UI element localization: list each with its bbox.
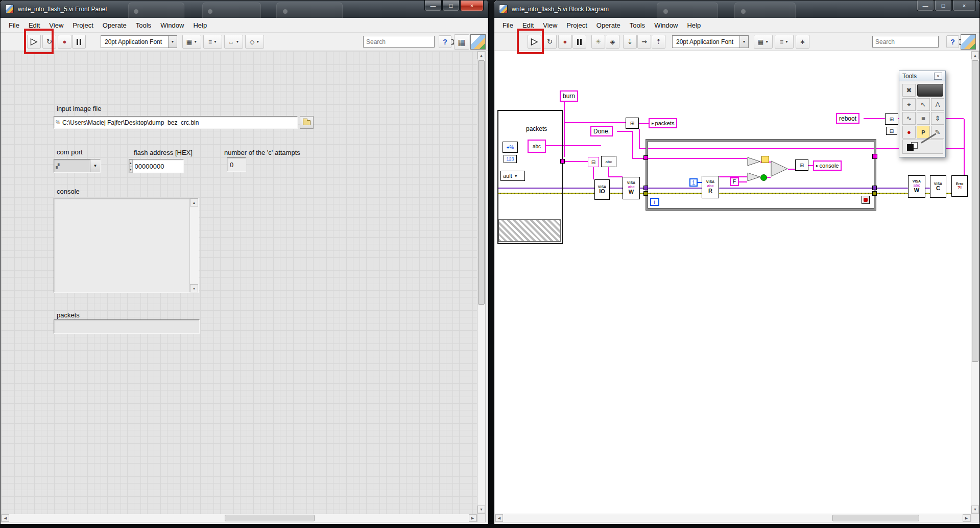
packets-free-label[interactable]: packets <box>526 125 547 132</box>
align-objects-button[interactable]: ▦▼ <box>754 35 773 49</box>
done-label[interactable]: Done. <box>590 126 613 136</box>
comparison-node[interactable] <box>747 172 760 181</box>
pause-button[interactable] <box>72 35 86 49</box>
case-selector[interactable]: ault ▼ <box>500 171 525 181</box>
packets-indicator[interactable] <box>54 319 200 334</box>
vertical-scrollbar[interactable]: ▲ ▼ <box>971 51 979 514</box>
connector-pane-button[interactable]: ▦ <box>454 34 469 50</box>
menu-tools[interactable]: Tools <box>625 19 650 32</box>
auto-tool-led[interactable] <box>917 84 943 97</box>
string-constant[interactable]: abc <box>528 140 546 153</box>
probe-tool[interactable]: P <box>917 126 930 139</box>
vi-icon[interactable] <box>470 34 486 50</box>
menu-file[interactable]: File <box>4 19 24 32</box>
step-out-button[interactable]: ⇡ <box>652 35 665 49</box>
scroll-left-button[interactable]: ◀ <box>495 514 503 522</box>
menu-help[interactable]: Help <box>682 19 705 32</box>
scrollbar-thumb[interactable] <box>832 515 919 521</box>
format-string-node[interactable]: ⊟ <box>886 127 897 135</box>
format-node[interactable]: +% <box>503 142 518 153</box>
string-node[interactable]: ⊟ <box>588 157 599 167</box>
visa-write-node[interactable]: VISA abc W <box>623 177 640 199</box>
minimize-button[interactable]: — <box>917 1 934 11</box>
menu-tools[interactable]: Tools <box>131 19 156 32</box>
constant-node[interactable] <box>761 156 769 163</box>
front-panel-titlebar[interactable]: write_into_flash_5.vi Front Panel — □ × <box>1 1 488 18</box>
distribute-objects-button[interactable]: ≡▼ <box>775 35 794 49</box>
string-constant-f[interactable]: F <box>730 177 739 186</box>
scroll-up-button[interactable]: ▲ <box>971 52 979 59</box>
scroll-tool[interactable]: ⇕ <box>931 112 944 125</box>
step-over-button[interactable]: ⇝ <box>637 35 651 49</box>
pause-button[interactable] <box>572 35 586 49</box>
console-scrollbar[interactable]: ▲ ▼ <box>189 198 198 292</box>
error-handler-node[interactable]: Erro ?! <box>951 175 968 197</box>
breakpoint-tool[interactable]: ● <box>902 126 916 139</box>
numeric-constant-1[interactable]: 1 <box>689 178 698 187</box>
edit-text-tool[interactable]: A <box>931 98 944 111</box>
attempts-value[interactable] <box>227 158 246 171</box>
menu-operate[interactable]: Operate <box>98 19 131 32</box>
scroll-up-button[interactable]: ▲ <box>190 198 198 206</box>
iteration-terminal[interactable]: i <box>650 198 659 206</box>
minimize-button[interactable]: — <box>424 1 442 11</box>
reboot-label[interactable]: reboot <box>836 113 859 124</box>
menu-file[interactable]: File <box>498 19 518 32</box>
select-node[interactable] <box>771 160 788 177</box>
tools-palette-titlebar[interactable]: Tools × <box>899 71 945 81</box>
shortcut-menu-tool[interactable]: ≡ <box>917 112 930 125</box>
scroll-up-button[interactable]: ▲ <box>477 52 485 59</box>
palette-close-button[interactable]: × <box>934 73 942 80</box>
scroll-down-button[interactable]: ▼ <box>971 506 979 513</box>
com-port-dropdown[interactable]: ▞ ▼ <box>54 159 101 173</box>
distribute-objects-button[interactable]: ≡▼ <box>203 35 222 49</box>
auto-tool-select-tool[interactable]: ✖ <box>902 84 916 97</box>
string-to-bytes-node[interactable]: abc <box>601 156 616 167</box>
highlight-execution-button[interactable]: ☀ <box>591 35 605 49</box>
vertical-scrollbar[interactable]: ▲ ▼ <box>477 51 486 514</box>
close-button[interactable]: × <box>460 1 484 11</box>
visa-write-node[interactable]: VISA abc W <box>908 175 925 198</box>
font-selector[interactable]: 20pt Application Font ▼ <box>101 35 177 48</box>
horizontal-scrollbar[interactable]: ◀ ▶ <box>1 514 477 522</box>
scroll-down-button[interactable]: ▼ <box>477 506 485 513</box>
scroll-right-button[interactable]: ▶ <box>963 514 970 522</box>
operate-value-tool[interactable]: ⌖ <box>902 98 916 111</box>
menu-project[interactable]: Project <box>562 19 591 32</box>
scrollbar-thumb[interactable] <box>225 515 315 521</box>
menu-window[interactable]: Window <box>156 19 188 32</box>
visa-read-node[interactable]: VISA abc R <box>702 176 719 198</box>
burn-label[interactable]: burn <box>560 90 578 102</box>
scrollbar-thumb[interactable] <box>478 60 485 305</box>
console-indicator[interactable]: ▲ ▼ <box>54 198 199 293</box>
browse-button[interactable] <box>300 116 314 129</box>
visa-close-node[interactable]: VISA C <box>930 175 946 198</box>
abort-button[interactable]: ● <box>558 35 572 49</box>
menu-operate[interactable]: Operate <box>592 19 625 32</box>
spin-down-icon[interactable]: ▾ <box>129 166 132 173</box>
concatenate-strings-node[interactable]: ⊞ <box>626 118 639 129</box>
run-continuous-button[interactable]: ↻ <box>543 35 557 49</box>
align-objects-button[interactable]: ▦▼ <box>182 35 201 49</box>
menu-window[interactable]: Window <box>650 19 682 32</box>
input-image-file-input[interactable] <box>61 119 297 126</box>
chevron-down-icon[interactable]: ▼ <box>90 159 100 172</box>
font-selector[interactable]: 20pt Application Font ▼ <box>672 35 749 48</box>
menu-help[interactable]: Help <box>188 19 211 32</box>
close-button[interactable]: × <box>952 1 976 11</box>
comparison-node[interactable] <box>747 157 760 166</box>
search-input[interactable] <box>873 38 957 45</box>
visa-configure-node[interactable]: VISA IO <box>594 179 610 200</box>
scroll-right-button[interactable]: ▶ <box>469 514 476 522</box>
position-select-tool[interactable]: ↖ <box>917 98 930 111</box>
vi-icon[interactable] <box>961 34 976 50</box>
numeric-constant[interactable]: 123 <box>504 155 517 163</box>
step-into-button[interactable]: ⇣ <box>623 35 637 49</box>
loop-condition-terminal[interactable] <box>862 196 870 204</box>
help-button[interactable]: ? <box>946 35 959 48</box>
menu-project[interactable]: Project <box>68 19 98 32</box>
concatenate-strings-node[interactable]: ⊞ <box>885 113 898 125</box>
spin-up-icon[interactable]: ▴ <box>129 159 132 166</box>
retain-wire-values-button[interactable]: ◈ <box>606 35 619 49</box>
flash-address-input[interactable] <box>133 159 227 173</box>
